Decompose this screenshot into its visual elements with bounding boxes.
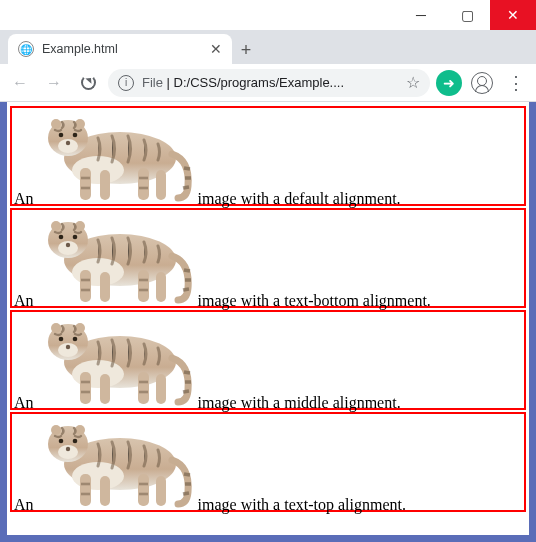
menu-button[interactable]: ⋮ [502, 69, 530, 97]
svg-rect-9 [80, 168, 91, 200]
svg-point-23 [65, 243, 69, 247]
svg-rect-63 [156, 476, 166, 506]
url-text: File | D:/CSS/programs/Example.... [142, 75, 398, 90]
row-prefix-text: An [14, 496, 34, 513]
new-tab-button[interactable]: + [232, 36, 260, 64]
svg-rect-62 [138, 474, 149, 506]
window-close-button[interactable]: ✕ [490, 0, 536, 30]
forward-button[interactable]: → [40, 69, 68, 97]
window-minimize-button[interactable]: ─ [398, 0, 444, 30]
svg-point-58 [58, 439, 63, 444]
site-info-icon[interactable]: i [118, 75, 134, 91]
arrow-icon: ➜ [443, 75, 455, 91]
svg-point-54 [51, 425, 61, 435]
tab-strip: 🌐 Example.html ✕ + [0, 30, 536, 64]
example-row: An [10, 106, 526, 206]
svg-point-57 [65, 447, 69, 451]
svg-rect-10 [100, 170, 110, 200]
svg-rect-43 [80, 372, 91, 404]
svg-point-37 [51, 323, 61, 333]
window-titlebar: ─ ▢ ✕ [0, 0, 536, 30]
svg-point-41 [58, 337, 63, 342]
svg-rect-60 [80, 474, 91, 506]
svg-rect-29 [156, 272, 166, 302]
svg-point-24 [58, 235, 63, 240]
back-button[interactable]: ← [6, 69, 34, 97]
row-suffix-text: image with a middle alignment. [194, 394, 401, 411]
svg-rect-27 [100, 272, 110, 302]
svg-rect-45 [138, 372, 149, 404]
tiger-image [38, 414, 194, 510]
svg-point-6 [65, 141, 69, 145]
example-row: An [10, 412, 526, 512]
example-row: An [10, 208, 526, 308]
svg-rect-61 [100, 476, 110, 506]
tiger-image [38, 108, 194, 204]
tab-title: Example.html [42, 42, 202, 56]
browser-toolbar: ← → i File | D:/CSS/programs/Example....… [0, 64, 536, 102]
row-prefix-text: An [14, 292, 34, 309]
tiger-image [38, 312, 194, 408]
row-suffix-text: image with a text-bottom alignment. [194, 292, 431, 309]
globe-icon: 🌐 [18, 41, 34, 57]
svg-point-7 [58, 133, 63, 138]
svg-point-59 [72, 439, 77, 444]
page-viewport: An [7, 102, 529, 535]
tiger-image [38, 210, 194, 306]
svg-rect-44 [100, 374, 110, 404]
svg-point-40 [65, 345, 69, 349]
window-maximize-button[interactable]: ▢ [444, 0, 490, 30]
example-row: An [10, 310, 526, 410]
row-prefix-text: An [14, 394, 34, 411]
extension-badge[interactable]: ➜ [436, 70, 462, 96]
profile-button[interactable] [468, 69, 496, 97]
svg-point-42 [72, 337, 77, 342]
browser-tab[interactable]: 🌐 Example.html ✕ [8, 34, 232, 64]
address-bar[interactable]: i File | D:/CSS/programs/Example.... ☆ [108, 69, 430, 97]
reload-icon [81, 75, 96, 90]
row-suffix-text: image with a text-top alignment. [194, 496, 406, 513]
svg-rect-11 [138, 168, 149, 200]
svg-rect-26 [80, 270, 91, 302]
reload-button[interactable] [74, 69, 102, 97]
bookmark-star-icon[interactable]: ☆ [406, 73, 420, 92]
close-tab-icon[interactable]: ✕ [210, 41, 222, 57]
svg-point-8 [72, 133, 77, 138]
page-content: An [7, 102, 529, 518]
svg-rect-12 [156, 170, 166, 200]
row-suffix-text: image with a default alignment. [194, 190, 401, 207]
row-prefix-text: An [14, 190, 34, 207]
avatar-icon [471, 72, 493, 94]
svg-point-3 [51, 119, 61, 129]
svg-rect-28 [138, 270, 149, 302]
svg-rect-46 [156, 374, 166, 404]
svg-point-25 [72, 235, 77, 240]
svg-point-20 [51, 221, 61, 231]
